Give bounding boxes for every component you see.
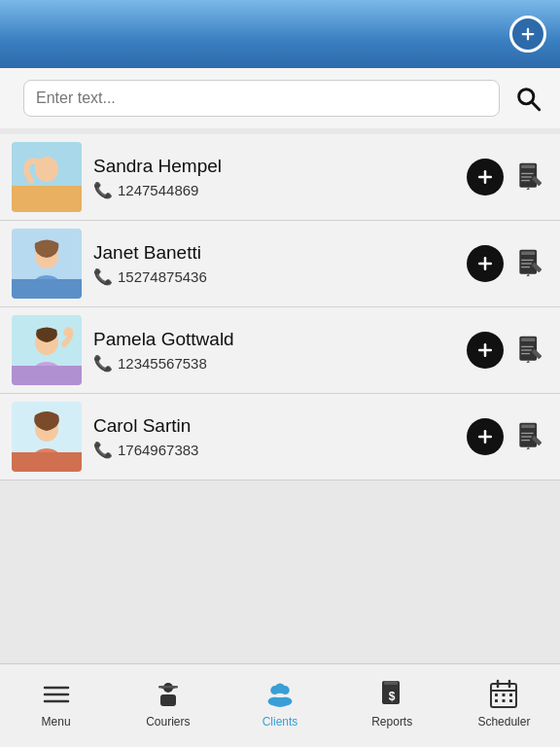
client-info: Janet Banetti 📞 15274875436 xyxy=(93,242,455,286)
svg-point-61 xyxy=(275,683,286,694)
svg-rect-74 xyxy=(509,694,512,696)
client-actions xyxy=(467,245,548,282)
search-input[interactable] xyxy=(23,80,500,117)
svg-rect-22 xyxy=(521,252,535,256)
nav-item-scheduler[interactable]: Scheduler xyxy=(448,664,560,747)
nav-label-menu: Menu xyxy=(42,715,71,729)
client-info: Carol Sartin 📞 1764967383 xyxy=(93,415,455,459)
svg-rect-10 xyxy=(521,165,535,169)
client-phone: 📞 15274875436 xyxy=(93,267,455,286)
phone-icon: 📞 xyxy=(93,354,113,373)
svg-rect-58 xyxy=(158,686,178,689)
nav-item-reports[interactable]: $ Reports xyxy=(336,664,448,747)
nav-label-couriers: Couriers xyxy=(146,715,190,729)
svg-rect-76 xyxy=(503,699,506,702)
client-name: Sandra Hempel xyxy=(93,156,455,177)
list-item: Carol Sartin 📞 1764967383 xyxy=(0,394,560,480)
client-phone: 📞 1764967383 xyxy=(93,441,455,459)
svg-rect-18 xyxy=(12,279,82,299)
nav-item-clients[interactable]: Clients xyxy=(224,664,335,747)
list-item: Sandra Hempel 📞 1247544869 xyxy=(0,134,560,221)
client-add-button[interactable] xyxy=(467,245,504,282)
nav-label-clients: Clients xyxy=(262,715,298,729)
client-add-button[interactable] xyxy=(467,418,504,455)
client-name: Janet Banetti xyxy=(93,242,455,264)
client-list: Sandra Hempel 📞 1247544869 xyxy=(0,128,560,663)
svg-rect-73 xyxy=(503,694,506,696)
phone-number: 12345567538 xyxy=(118,355,207,372)
app-header xyxy=(0,0,560,68)
client-actions xyxy=(467,332,548,369)
bottom-navigation: Menu Couriers Clients xyxy=(0,663,560,747)
phone-number: 1764967383 xyxy=(118,442,198,458)
client-actions xyxy=(467,159,548,196)
search-button[interactable] xyxy=(509,80,546,117)
svg-rect-66 xyxy=(384,681,398,685)
client-name: Carol Sartin xyxy=(93,415,455,437)
client-edit-button[interactable] xyxy=(511,418,548,455)
svg-text:$: $ xyxy=(389,690,396,703)
svg-rect-30 xyxy=(12,366,82,385)
client-info: Pamela Gottwald 📞 12345567538 xyxy=(93,329,455,373)
client-edit-button[interactable] xyxy=(511,245,548,282)
svg-rect-42 xyxy=(12,452,82,472)
svg-rect-72 xyxy=(495,694,498,696)
client-add-button[interactable] xyxy=(467,159,504,196)
client-avatar xyxy=(12,315,82,385)
client-add-button[interactable] xyxy=(467,332,504,369)
nav-item-couriers[interactable]: Couriers xyxy=(112,664,224,747)
list-item: Pamela Gottwald 📞 12345567538 xyxy=(0,307,560,394)
svg-rect-75 xyxy=(495,699,498,702)
client-info: Sandra Hempel 📞 1247544869 xyxy=(93,156,455,199)
svg-marker-39 xyxy=(526,361,530,364)
search-area xyxy=(0,68,560,128)
phone-icon: 📞 xyxy=(93,181,113,199)
client-edit-button[interactable] xyxy=(511,332,548,369)
svg-rect-56 xyxy=(160,694,176,706)
client-avatar xyxy=(12,402,82,472)
svg-marker-51 xyxy=(526,447,530,450)
client-edit-button[interactable] xyxy=(511,159,548,196)
client-actions xyxy=(467,418,548,455)
svg-rect-46 xyxy=(521,425,535,429)
client-avatar xyxy=(12,229,82,299)
add-client-button[interactable] xyxy=(509,16,546,53)
svg-marker-15 xyxy=(526,188,530,191)
list-item: Janet Banetti 📞 15274875436 xyxy=(0,221,560,307)
nav-item-menu[interactable]: Menu xyxy=(0,664,112,747)
client-phone: 📞 12345567538 xyxy=(93,354,455,373)
client-name: Pamela Gottwald xyxy=(93,329,455,350)
phone-number: 15274875436 xyxy=(118,268,207,285)
svg-rect-6 xyxy=(12,186,82,212)
client-phone: 📞 1247544869 xyxy=(93,181,455,199)
svg-marker-27 xyxy=(526,274,530,277)
svg-line-3 xyxy=(532,102,540,110)
nav-label-reports: Reports xyxy=(371,715,412,729)
svg-rect-34 xyxy=(521,338,535,342)
phone-icon: 📞 xyxy=(93,441,113,459)
phone-number: 1247544869 xyxy=(118,182,198,198)
nav-label-scheduler: Scheduler xyxy=(477,715,530,729)
phone-icon: 📞 xyxy=(93,267,113,286)
svg-point-64 xyxy=(271,697,289,707)
svg-rect-77 xyxy=(509,699,512,702)
client-avatar xyxy=(12,142,82,212)
